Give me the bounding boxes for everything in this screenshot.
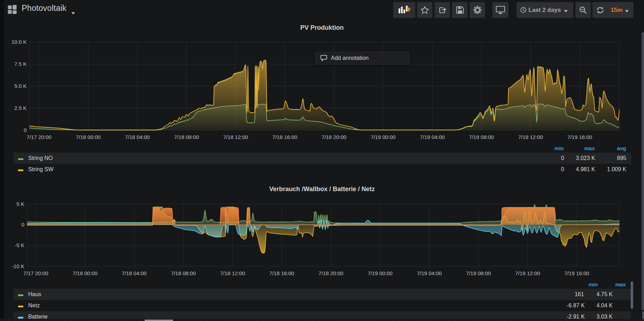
svg-text:0: 0 [24, 127, 27, 133]
svg-text:7/18 08:00: 7/18 08:00 [171, 270, 196, 276]
svg-text:7.5 K: 7.5 K [14, 61, 27, 67]
svg-text:7/18 12:00: 7/18 12:00 [220, 270, 245, 276]
svg-text:-5 K: -5 K [15, 242, 25, 248]
svg-text:7/19 08:00: 7/19 08:00 [469, 134, 494, 140]
svg-text:7/19 00:00: 7/19 00:00 [371, 134, 396, 140]
svg-text:7/18 12:00: 7/18 12:00 [223, 134, 248, 140]
svg-text:7/18 04:00: 7/18 04:00 [125, 134, 150, 140]
svg-text:0: 0 [21, 222, 24, 228]
svg-text:7/18 00:00: 7/18 00:00 [72, 270, 97, 276]
svg-text:7/19 16:00: 7/19 16:00 [565, 270, 589, 276]
svg-text:7/18 08:00: 7/18 08:00 [174, 134, 199, 140]
svg-text:7/19 00:00: 7/19 00:00 [368, 270, 393, 276]
svg-text:7/17 20:00: 7/17 20:00 [23, 270, 48, 276]
svg-text:5 K: 5 K [16, 201, 25, 207]
svg-text:-10 K: -10 K [12, 263, 25, 269]
svg-text:7/19 04:00: 7/19 04:00 [420, 134, 445, 140]
svg-text:10.0 K: 10.0 K [12, 39, 27, 45]
svg-text:7/18 20:00: 7/18 20:00 [319, 270, 344, 276]
svg-text:7/17 20:00: 7/17 20:00 [27, 134, 51, 140]
svg-text:7/18 04:00: 7/18 04:00 [122, 270, 147, 276]
svg-text:7/18 20:00: 7/18 20:00 [321, 134, 346, 140]
svg-text:7/19 16:00: 7/19 16:00 [567, 134, 592, 140]
svg-text:7/19 12:00: 7/19 12:00 [515, 270, 540, 276]
svg-text:2.5 K: 2.5 K [14, 105, 27, 111]
svg-text:7/18 00:00: 7/18 00:00 [76, 134, 101, 140]
svg-text:7/19 04:00: 7/19 04:00 [417, 270, 442, 276]
svg-text:7/19 08:00: 7/19 08:00 [466, 270, 491, 276]
svg-text:7/19 12:00: 7/19 12:00 [518, 134, 543, 140]
svg-text:7/18 16:00: 7/18 16:00 [272, 134, 297, 140]
svg-text:5.0 K: 5.0 K [14, 83, 27, 89]
svg-text:7/18 16:00: 7/18 16:00 [269, 270, 294, 276]
